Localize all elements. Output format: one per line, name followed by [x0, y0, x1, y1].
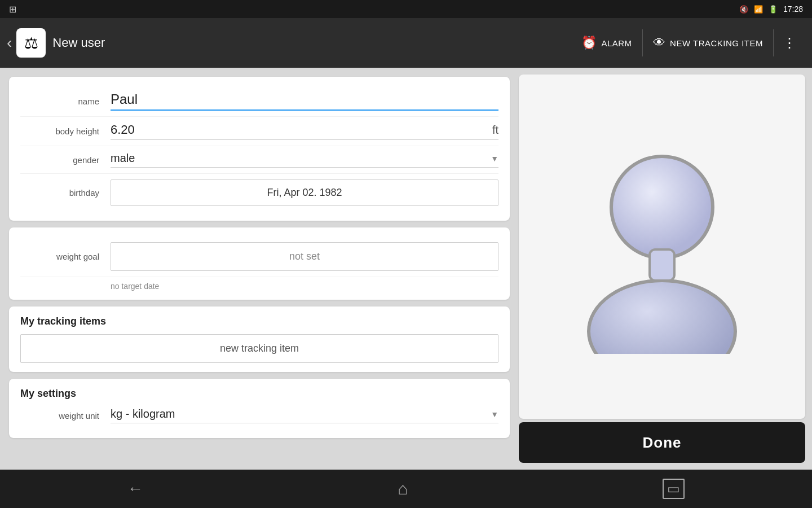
weight-goal-value[interactable]: not set	[111, 242, 498, 271]
birthday-label: birthday	[20, 188, 111, 198]
name-row: name	[20, 86, 498, 117]
user-info-card: name body height ft gender male ▼	[9, 77, 510, 221]
name-label: name	[20, 97, 111, 106]
weight-unit-row: weight unit kg - kilogram ▼	[20, 402, 498, 429]
tracking-section-title: My tracking items	[20, 316, 498, 327]
nav-home-button[interactable]: ⌂	[398, 479, 408, 498]
height-field: ft	[111, 122, 498, 140]
status-bar: ⊞ 🔇 📶 🔋 17:28	[0, 0, 812, 18]
gender-label: gender	[20, 155, 111, 165]
status-bar-right: 🔇 📶 🔋 17:28	[739, 5, 803, 14]
birthday-field: Fri, Apr 02. 1982	[111, 179, 498, 206]
new-tracking-item-button[interactable]: new tracking item	[20, 334, 498, 363]
left-panel: name body height ft gender male ▼	[0, 68, 519, 470]
avatar-container	[572, 139, 752, 354]
nav-recent-icon: ▭	[663, 479, 685, 499]
svg-rect-2	[650, 249, 674, 281]
gender-dropdown-arrow: ▼	[491, 154, 498, 163]
grid-icon: ⊞	[9, 4, 16, 15]
weight-goal-card: weight goal not set no target date	[9, 227, 510, 300]
name-field	[111, 91, 498, 111]
nav-recent-button[interactable]: ▭	[663, 479, 685, 499]
page-title: New user	[52, 36, 571, 50]
settings-card: My settings weight unit kg - kilogram ▼	[9, 379, 510, 438]
weight-unit-label: weight unit	[20, 411, 111, 421]
action-bar-right: ⏰ ALARM 👁 NEW TRACKING ITEM ⋮	[571, 18, 805, 68]
status-time: 17:28	[783, 5, 803, 14]
eye-icon: 👁	[653, 36, 666, 50]
weight-goal-label: weight goal	[20, 252, 111, 261]
right-panel: Done	[519, 68, 812, 470]
settings-section-title: My settings	[20, 388, 498, 400]
tracking-items-card: My tracking items new tracking item	[9, 306, 510, 372]
height-unit: ft	[492, 124, 498, 137]
weight-goal-field: not set	[111, 242, 498, 271]
alarm-label: ALARM	[601, 38, 632, 48]
weight-goal-row: weight goal not set	[20, 237, 498, 277]
more-button[interactable]: ⋮	[774, 35, 805, 51]
nav-home-icon: ⌂	[398, 479, 408, 498]
action-bar: ‹ ⚖ New user ⏰ ALARM 👁 NEW TRACKING ITEM…	[0, 18, 812, 68]
new-tracking-button[interactable]: 👁 NEW TRACKING ITEM	[643, 18, 773, 68]
alarm-button[interactable]: ⏰ ALARM	[571, 18, 642, 68]
nav-back-button[interactable]: ←	[127, 480, 143, 498]
no-target-date: no target date	[111, 282, 498, 291]
bottom-nav: ← ⌂ ▭	[0, 470, 812, 508]
new-tracking-label: NEW TRACKING ITEM	[670, 38, 763, 48]
gender-value: male	[111, 152, 491, 165]
svg-point-0	[611, 156, 713, 258]
name-input[interactable]	[111, 91, 498, 111]
wifi-icon: 📶	[754, 5, 763, 14]
nav-back-icon: ←	[127, 480, 143, 498]
status-bar-left: ⊞	[9, 4, 16, 15]
scale-icon: ⚖	[24, 34, 38, 52]
svg-point-1	[589, 281, 735, 354]
done-button[interactable]: Done	[519, 422, 805, 463]
height-label: body height	[20, 126, 111, 136]
app-icon: ⚖	[16, 28, 46, 58]
gender-row: gender male ▼	[20, 146, 498, 174]
weight-unit-dropdown-arrow: ▼	[491, 410, 498, 419]
height-row: body height ft	[20, 117, 498, 146]
weight-unit-field[interactable]: kg - kilogram ▼	[111, 408, 498, 423]
weight-unit-value: kg - kilogram	[111, 408, 491, 421]
main-content: name body height ft gender male ▼	[0, 68, 812, 470]
battery-icon: 🔋	[769, 5, 778, 14]
gender-field[interactable]: male ▼	[111, 152, 498, 168]
mute-icon: 🔇	[739, 5, 748, 14]
birthday-value[interactable]: Fri, Apr 02. 1982	[111, 179, 498, 206]
alarm-icon: ⏰	[581, 36, 597, 50]
more-icon: ⋮	[783, 35, 796, 50]
avatar-panel	[519, 75, 805, 419]
birthday-row: birthday Fri, Apr 02. 1982	[20, 174, 498, 212]
user-avatar	[572, 139, 752, 354]
back-button[interactable]: ‹	[7, 35, 12, 51]
height-input[interactable]	[111, 122, 488, 137]
